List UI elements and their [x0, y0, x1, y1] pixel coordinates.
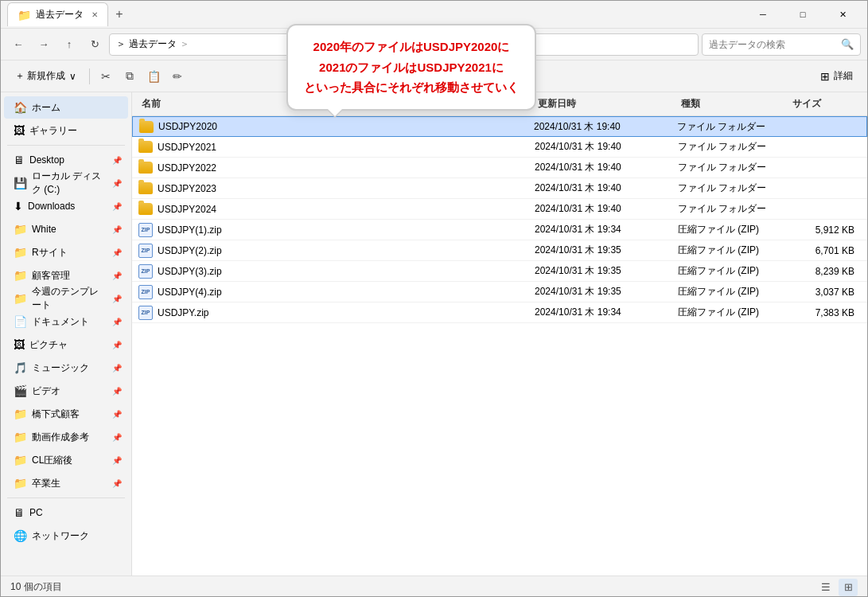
status-bar: 10 個の項目 ☰ ⊞: [1, 576, 867, 597]
sidebar-item-music[interactable]: 🎵ミュージック📌: [4, 357, 128, 379]
sidebar-item-network[interactable]: 🌐ネットワーク: [4, 525, 128, 547]
col-date[interactable]: 更新日時: [535, 96, 678, 112]
file-name-cell: USDJPY2021: [138, 141, 535, 153]
zip-icon: ZIP: [138, 264, 153, 279]
file-row[interactable]: ZIPUSDJPY(2).zip2024/10/31 木 19:35圧縮ファイル…: [132, 240, 867, 261]
sidebar-separator: [7, 498, 125, 498]
file-row[interactable]: ZIPUSDJPY(4).zip2024/10/31 木 19:35圧縮ファイル…: [132, 282, 867, 302]
sidebar-item-graduates[interactable]: 📁卒業生📌: [4, 472, 128, 494]
sidebar-label-pc: PC: [29, 507, 43, 518]
refresh-button[interactable]: ↻: [84, 33, 106, 56]
sidebar-icon-cl-compressed: 📁: [14, 454, 27, 466]
file-date: 2024/10/31 木 19:40: [535, 140, 678, 154]
sidebar-pin-music: 📌: [112, 364, 122, 373]
sidebar-pin-graduates: 📌: [112, 479, 122, 488]
col-size[interactable]: サイズ: [789, 96, 861, 112]
maximize-button[interactable]: □: [784, 2, 821, 26]
copy-button[interactable]: ⧉: [119, 65, 141, 88]
sidebar-label-desktop: Desktop: [29, 154, 64, 166]
file-kind: ファイル フォルダー: [678, 161, 789, 174]
file-name-cell: ZIPUSDJPY(2).zip: [138, 244, 535, 258]
sidebar-item-video-ref[interactable]: 📁動画作成参考📌: [4, 426, 128, 448]
back-button[interactable]: ←: [7, 33, 29, 56]
file-row[interactable]: USDJPY20222024/10/31 木 19:40ファイル フォルダー: [132, 158, 867, 178]
view-grid-button[interactable]: ⊞: [839, 579, 858, 596]
sidebar-item-customer-mgmt[interactable]: 📁顧客管理📌: [4, 264, 128, 287]
sidebar: 🏠ホーム🖼ギャラリー🖥Desktop📌💾ローカル ディスク (C:)📌⬇Down…: [1, 92, 132, 576]
sidebar-item-home[interactable]: 🏠ホーム: [4, 96, 128, 119]
sidebar-item-weekly-tmpl[interactable]: 📁今週のテンプレート📌: [4, 287, 128, 310]
new-button[interactable]: ＋ 新規作成 ∨: [7, 65, 84, 88]
details-icon: ⊞: [820, 70, 830, 83]
sidebar-label-customer-mgmt: 顧客管理: [32, 269, 70, 283]
file-name-cell: ZIPUSDJPY(1).zip: [138, 223, 535, 237]
sidebar-item-videos[interactable]: 🎬ビデオ📌: [4, 380, 128, 402]
sidebar-label-home: ホーム: [32, 101, 60, 115]
sidebar-label-cl-compressed: CL圧縮後: [32, 454, 72, 467]
details-label: 詳細: [834, 69, 853, 83]
file-date: 2024/10/31 木 19:40: [534, 120, 677, 134]
tab-close-button[interactable]: ✕: [91, 10, 98, 19]
sidebar-label-graduates: 卒業生: [32, 477, 60, 490]
view-list-button[interactable]: ☰: [816, 579, 835, 596]
new-dropdown-icon: ∨: [69, 71, 76, 82]
file-date: 2024/10/31 木 19:35: [535, 244, 678, 257]
cut-button[interactable]: ✂: [95, 65, 117, 88]
file-size: 5,912 KB: [789, 224, 861, 236]
file-size: 6,701 KB: [789, 245, 861, 256]
file-row[interactable]: USDJPY20242024/10/31 木 19:40ファイル フォルダー: [132, 199, 867, 220]
file-row[interactable]: ZIPUSDJPY(3).zip2024/10/31 木 19:35圧縮ファイル…: [132, 261, 867, 282]
file-kind: ファイル フォルダー: [678, 140, 789, 154]
sidebar-item-documents[interactable]: 📄ドキュメント📌: [4, 310, 128, 333]
sidebar-item-cl-compressed[interactable]: 📁CL圧縮後📌: [4, 449, 128, 471]
sidebar-icon-music: 🎵: [14, 361, 27, 374]
close-button[interactable]: ✕: [824, 2, 861, 26]
file-name-cell: ZIPUSDJPY(3).zip: [138, 264, 535, 279]
sidebar-label-video-ref: 動画作成参考: [32, 431, 89, 444]
tab-folder-icon: 📁: [18, 9, 31, 21]
file-date: 2024/10/31 木 19:34: [535, 223, 678, 236]
up-button[interactable]: ↑: [58, 33, 80, 56]
file-size: 7,383 KB: [789, 307, 861, 318]
folder-icon: [138, 203, 153, 215]
file-row[interactable]: USDJPY20232024/10/31 木 19:40ファイル フォルダー: [132, 178, 867, 199]
search-box[interactable]: 🔍: [702, 33, 861, 56]
zip-icon: ZIP: [138, 306, 153, 320]
rename-button[interactable]: ✏: [166, 65, 189, 88]
sidebar-item-pc[interactable]: 🖥PC: [4, 501, 128, 524]
file-name: USDJPY(2).zip: [158, 245, 222, 256]
file-kind: 圧縮ファイル (ZIP): [678, 244, 789, 257]
tab-title: 過去データ: [36, 8, 84, 21]
details-button[interactable]: ⊞ 詳細: [812, 65, 861, 88]
sidebar-item-downloads[interactable]: ⬇Downloads📌: [4, 195, 128, 217]
file-row[interactable]: ZIPUSDJPY(1).zip2024/10/31 木 19:34圧縮ファイル…: [132, 220, 867, 240]
tab-active[interactable]: 📁 過去データ ✕: [7, 2, 108, 26]
new-tab-button[interactable]: +: [108, 3, 130, 25]
zip-icon: ZIP: [138, 285, 153, 299]
sidebar-item-local-disk[interactable]: 💾ローカル ディスク (C:)📌: [4, 172, 128, 194]
sidebar-item-rsite[interactable]: 📁Rサイト📌: [4, 241, 128, 263]
sidebar-pin-cl-compressed: 📌: [112, 456, 122, 465]
file-row[interactable]: USDJPY20212024/10/31 木 19:40ファイル フォルダー: [132, 137, 867, 158]
file-kind: ファイル フォルダー: [678, 181, 789, 195]
file-kind: 圧縮ファイル (ZIP): [678, 223, 789, 236]
col-type[interactable]: 種類: [678, 96, 789, 112]
sidebar-icon-rsite: 📁: [14, 246, 27, 259]
sidebar-label-network: ネットワーク: [32, 529, 89, 543]
sidebar-item-white[interactable]: 📁White📌: [4, 218, 128, 240]
file-row[interactable]: USDJPY20202024/10/31 木 19:40ファイル フォルダー: [132, 116, 867, 137]
file-name: USDJPY(1).zip: [158, 224, 222, 236]
sidebar-item-gallery[interactable]: 🖼ギャラリー: [4, 119, 128, 142]
forward-button[interactable]: →: [33, 33, 55, 56]
minimize-button[interactable]: ─: [745, 2, 781, 26]
new-button-label: ＋ 新規作成: [15, 69, 65, 83]
sidebar-item-cascade-customer[interactable]: 📁橋下式顧客📌: [4, 403, 128, 425]
file-date: 2024/10/31 木 19:40: [535, 161, 678, 174]
paste-button[interactable]: 📋: [142, 65, 165, 88]
file-size: 3,037 KB: [789, 287, 861, 298]
sidebar-item-pictures[interactable]: 🖼ピクチャ📌: [4, 334, 128, 356]
search-input[interactable]: [709, 39, 838, 50]
file-row[interactable]: ZIPUSDJPY.zip2024/10/31 木 19:34圧縮ファイル (Z…: [132, 302, 867, 323]
sidebar-item-desktop[interactable]: 🖥Desktop📌: [4, 149, 128, 171]
sidebar-pin-videos: 📌: [112, 387, 122, 396]
